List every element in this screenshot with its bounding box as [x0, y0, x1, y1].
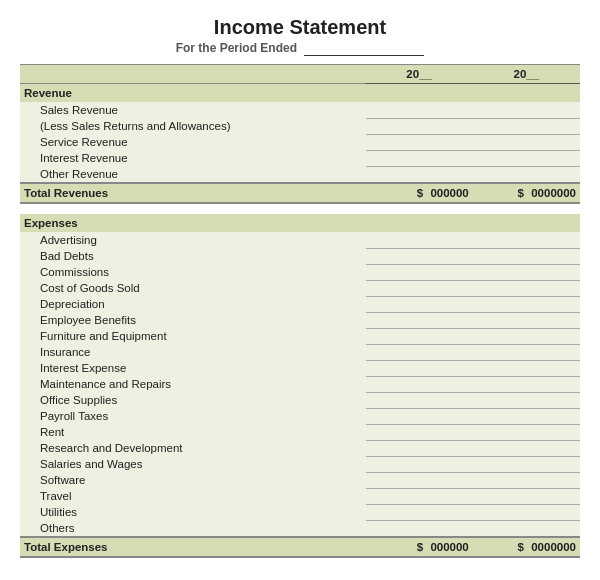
expense-item-value2[interactable]	[473, 248, 580, 264]
expense-item-label: Interest Expense	[20, 360, 366, 376]
expense-item-label: Utilities	[20, 504, 366, 520]
expense-item-value1[interactable]	[366, 424, 473, 440]
expense-item-value2[interactable]	[473, 472, 580, 488]
expense-item-value2[interactable]	[473, 264, 580, 280]
expense-item-software: Software	[20, 472, 580, 488]
expense-item-value1[interactable]	[366, 408, 473, 424]
expense-item-value2[interactable]	[473, 504, 580, 520]
expense-item-interest: Interest Expense	[20, 360, 580, 376]
period-blank[interactable]	[304, 41, 424, 56]
expense-item-value2[interactable]	[473, 456, 580, 472]
revenue-item-value2[interactable]	[473, 150, 580, 166]
column-header-row: 20__ 20__	[20, 65, 580, 84]
expense-item-value1[interactable]	[366, 392, 473, 408]
expense-item-r-and-d: Research and Development	[20, 440, 580, 456]
expense-item-value1[interactable]	[366, 312, 473, 328]
expense-item-value1[interactable]	[366, 344, 473, 360]
expense-item-value1[interactable]	[366, 360, 473, 376]
expense-item-label: Depreciation	[20, 296, 366, 312]
expense-item-value2[interactable]	[473, 360, 580, 376]
expense-item-advertising: Advertising	[20, 232, 580, 248]
expense-item-others: Others	[20, 520, 580, 537]
expense-item-value1[interactable]	[366, 440, 473, 456]
expense-item-label: Insurance	[20, 344, 366, 360]
revenue-item-value2[interactable]	[473, 102, 580, 118]
expense-item-value2[interactable]	[473, 488, 580, 504]
revenue-item-value2[interactable]	[473, 134, 580, 150]
expenses-header-label: Expenses	[20, 214, 580, 232]
revenue-item-label: (Less Sales Returns and Allowances)	[20, 118, 366, 134]
revenue-item-other: Other Revenue	[20, 166, 580, 183]
expense-item-cogs: Cost of Goods Sold	[20, 280, 580, 296]
expense-item-label: Cost of Goods Sold	[20, 280, 366, 296]
expense-item-value2[interactable]	[473, 424, 580, 440]
revenue-item-returns: (Less Sales Returns and Allowances)	[20, 118, 580, 134]
expense-item-furniture: Furniture and Equipment	[20, 328, 580, 344]
revenue-item-interest: Interest Revenue	[20, 150, 580, 166]
expense-item-value2[interactable]	[473, 280, 580, 296]
year2-header: 20__	[473, 65, 580, 84]
revenue-item-service: Service Revenue	[20, 134, 580, 150]
expense-item-value1[interactable]	[366, 264, 473, 280]
expense-item-maintenance: Maintenance and Repairs	[20, 376, 580, 392]
expense-item-label: Travel	[20, 488, 366, 504]
expense-item-value1[interactable]	[366, 232, 473, 248]
expense-item-label: Salaries and Wages	[20, 456, 366, 472]
expense-item-insurance: Insurance	[20, 344, 580, 360]
expense-item-label: Rent	[20, 424, 366, 440]
spacer	[20, 203, 580, 214]
revenue-item-sales: Sales Revenue	[20, 102, 580, 118]
total-revenues-label: Total Revenues	[20, 183, 366, 203]
expense-item-value2[interactable]	[473, 376, 580, 392]
expense-item-value2[interactable]	[473, 520, 580, 537]
expense-item-value2[interactable]	[473, 296, 580, 312]
revenue-item-value1[interactable]	[366, 150, 473, 166]
expense-item-label: Research and Development	[20, 440, 366, 456]
expense-item-label: Others	[20, 520, 366, 537]
revenue-item-value1[interactable]	[366, 118, 473, 134]
revenue-item-value1[interactable]	[366, 102, 473, 118]
expense-item-value1[interactable]	[366, 504, 473, 520]
expense-item-value1[interactable]	[366, 376, 473, 392]
expense-item-value1[interactable]	[366, 520, 473, 537]
expense-item-label: Employee Benefits	[20, 312, 366, 328]
expense-item-value1[interactable]	[366, 328, 473, 344]
expense-item-label: Commissions	[20, 264, 366, 280]
expense-item-office-supplies: Office Supplies	[20, 392, 580, 408]
expense-item-value2[interactable]	[473, 328, 580, 344]
total-expenses-value2: $ 0000000	[473, 537, 580, 557]
expense-item-value1[interactable]	[366, 296, 473, 312]
revenue-item-label: Sales Revenue	[20, 102, 366, 118]
expense-item-travel: Travel	[20, 488, 580, 504]
expense-item-value2[interactable]	[473, 312, 580, 328]
expense-item-label: Furniture and Equipment	[20, 328, 366, 344]
revenue-item-value1[interactable]	[366, 134, 473, 150]
revenue-item-label: Service Revenue	[20, 134, 366, 150]
revenue-item-value2[interactable]	[473, 166, 580, 183]
expense-item-value2[interactable]	[473, 408, 580, 424]
year1-header: 20__	[366, 65, 473, 84]
revenue-item-value1[interactable]	[366, 166, 473, 183]
total-expenses-row: Total Expenses $ 000000 $ 0000000	[20, 537, 580, 557]
expense-item-value2[interactable]	[473, 232, 580, 248]
expense-item-value1[interactable]	[366, 488, 473, 504]
expense-item-value1[interactable]	[366, 248, 473, 264]
expense-item-value1[interactable]	[366, 280, 473, 296]
label-col-header	[20, 65, 366, 84]
revenue-item-value2[interactable]	[473, 118, 580, 134]
expense-item-value2[interactable]	[473, 440, 580, 456]
expense-item-value1[interactable]	[366, 456, 473, 472]
revenue-section-header: Revenue	[20, 84, 580, 103]
expense-item-label: Software	[20, 472, 366, 488]
expense-item-label: Payroll Taxes	[20, 408, 366, 424]
expense-item-payroll-taxes: Payroll Taxes	[20, 408, 580, 424]
expense-item-value1[interactable]	[366, 472, 473, 488]
expenses-section-header: Expenses	[20, 214, 580, 232]
expense-item-value2[interactable]	[473, 344, 580, 360]
total-revenues-value2: $ 0000000	[473, 183, 580, 203]
page-title: Income Statement	[20, 16, 580, 39]
expense-item-value2[interactable]	[473, 392, 580, 408]
period-line: For the Period Ended	[20, 41, 580, 56]
expense-item-salaries: Salaries and Wages	[20, 456, 580, 472]
revenue-item-label: Interest Revenue	[20, 150, 366, 166]
